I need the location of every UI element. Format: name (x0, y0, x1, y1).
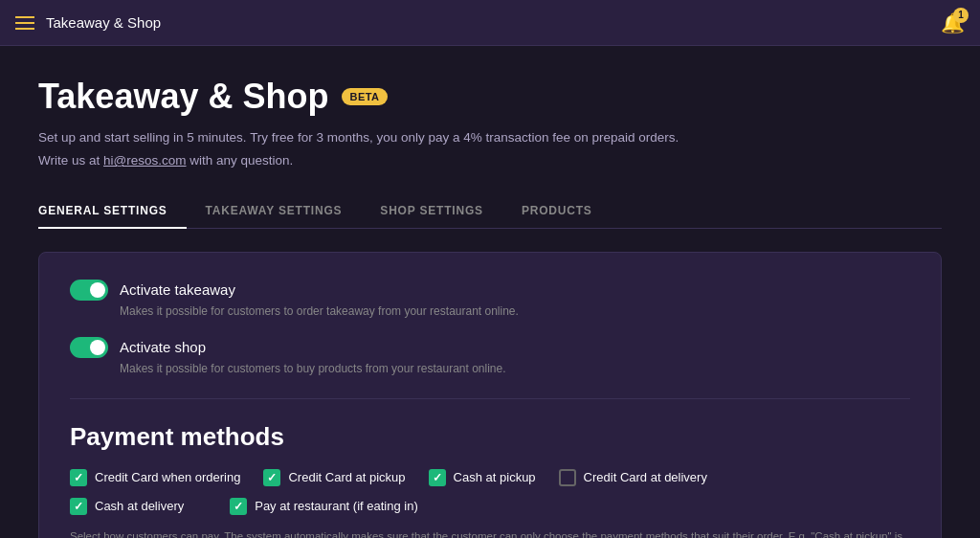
activate-takeaway-label: Activate takeaway (120, 281, 235, 298)
page-subtitle-1: Set up and start selling in 5 minutes. T… (38, 128, 942, 147)
main-content: Takeaway & Shop BETA Set up and start se… (0, 46, 980, 538)
checkbox-cc-ordering[interactable]: ✓ (70, 469, 87, 486)
page-title: Takeaway & Shop (38, 77, 328, 117)
checkbox-cc-pickup[interactable]: ✓ (263, 469, 280, 486)
section-divider (70, 398, 910, 399)
payment-method-cash-pickup[interactable]: ✓ Cash at pickup (429, 469, 536, 486)
checkbox-cash-pickup[interactable]: ✓ (429, 469, 446, 486)
top-navigation: Takeaway & Shop 🔔 1 (0, 0, 980, 46)
checkbox-pay-restaurant[interactable]: ✓ (230, 498, 247, 515)
payment-note: Select how customers can pay. The system… (70, 528, 910, 539)
payment-methods-section: Payment methods ✓ Credit Card when order… (70, 422, 910, 539)
notification-badge: 1 (953, 8, 969, 23)
payment-method-cc-pickup[interactable]: ✓ Credit Card at pickup (263, 469, 405, 486)
payment-method-pay-restaurant[interactable]: ✓ Pay at restaurant (if eating in) (230, 498, 418, 515)
label-cash-pickup: Cash at pickup (454, 470, 536, 484)
activate-shop-description: Makes it possible for customers to buy p… (120, 362, 910, 375)
email-link[interactable]: hi@resos.com (103, 153, 186, 168)
page-subtitle-2: Write us at hi@resos.com with any questi… (38, 151, 942, 170)
activate-takeaway-header: Activate takeaway (70, 280, 910, 301)
activate-shop-toggle[interactable] (70, 337, 108, 358)
activate-shop-header: Activate shop (70, 337, 910, 358)
nav-right: 🔔 1 (941, 11, 965, 34)
payment-method-cc-delivery[interactable]: Credit Card at delivery (559, 469, 707, 486)
label-cash-delivery: Cash at delivery (95, 499, 184, 513)
checkbox-cash-delivery[interactable]: ✓ (70, 498, 87, 515)
activate-shop-label: Activate shop (120, 339, 206, 355)
label-cc-ordering: Credit Card when ordering (95, 470, 240, 484)
tabs-container: GENERAL SETTINGS TAKEAWAY SETTINGS SHOP … (38, 194, 942, 229)
payment-methods-grid: ✓ Credit Card when ordering ✓ Credit Car… (70, 469, 910, 515)
checkbox-cc-delivery[interactable] (559, 469, 576, 486)
tab-takeaway-settings[interactable]: TAKEAWAY SETTINGS (187, 194, 362, 229)
activate-takeaway-toggle[interactable] (70, 280, 108, 301)
tab-general-settings[interactable]: GENERAL SETTINGS (38, 194, 187, 229)
label-pay-restaurant: Pay at restaurant (if eating in) (255, 499, 418, 513)
payment-methods-title: Payment methods (70, 422, 910, 452)
payment-method-cc-ordering[interactable]: ✓ Credit Card when ordering (70, 469, 240, 486)
beta-badge: BETA (342, 88, 387, 105)
page-header: Takeaway & Shop BETA (38, 77, 942, 117)
nav-left: Takeaway & Shop (15, 14, 161, 31)
tab-products[interactable]: PRODUCTS (502, 194, 612, 229)
payment-method-cash-delivery-inner[interactable]: ✓ Cash at delivery (70, 498, 184, 515)
hamburger-menu-icon[interactable] (15, 16, 34, 30)
label-cc-pickup: Credit Card at pickup (288, 470, 405, 484)
activate-shop-row: Activate shop Makes it possible for cust… (70, 337, 910, 375)
settings-card: Activate takeaway Makes it possible for … (38, 252, 942, 539)
activate-takeaway-description: Makes it possible for customers to order… (120, 304, 910, 318)
activate-takeaway-row: Activate takeaway Makes it possible for … (70, 280, 910, 318)
label-cc-delivery: Credit Card at delivery (584, 470, 707, 484)
payment-method-cash-delivery[interactable]: ✓ Cash at delivery ✓ Pay at restaurant (… (70, 498, 910, 515)
tab-shop-settings[interactable]: SHOP SETTINGS (361, 194, 502, 229)
nav-title: Takeaway & Shop (46, 14, 161, 31)
